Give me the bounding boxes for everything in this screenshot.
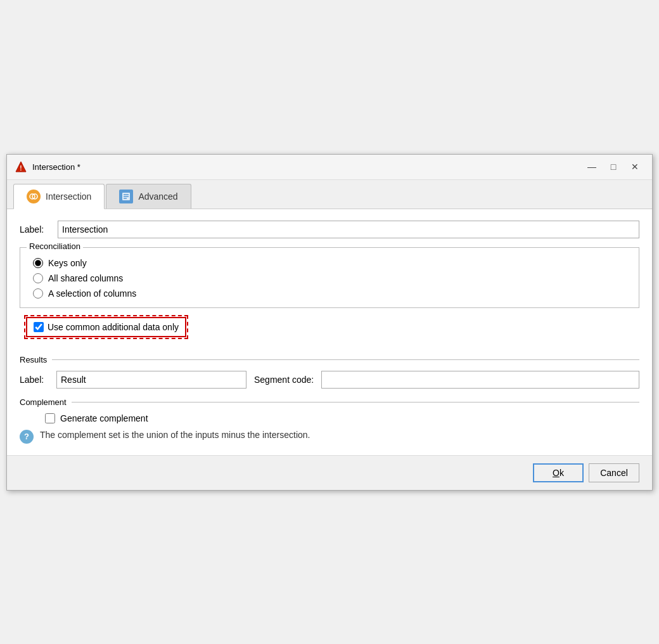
segment-code-input[interactable] — [321, 371, 639, 389]
label-input[interactable] — [58, 221, 639, 238]
radio-all-shared-input[interactable] — [33, 273, 43, 283]
radio-all-shared-label: All shared columns — [48, 273, 123, 283]
results-fields-row: Label: Segment code: — [20, 371, 639, 389]
title-bar-controls: — □ ✕ — [582, 160, 644, 174]
footer: Ok Cancel — [7, 455, 652, 490]
advanced-tab-icon — [119, 190, 133, 203]
main-window: ! Intersection * — □ ✕ Intersection — [6, 154, 653, 491]
result-label-label: Label: — [20, 375, 49, 385]
complement-title: Complement — [20, 397, 67, 407]
results-divider-line — [52, 359, 639, 360]
radio-selection-columns[interactable]: A selection of columns — [33, 288, 626, 299]
tab-advanced[interactable]: Advanced — [106, 184, 191, 209]
label-row: Label: — [20, 221, 639, 238]
info-icon: ? — [20, 430, 34, 444]
content-area: Label: Reconciliation Keys only All shar… — [7, 209, 652, 455]
generate-complement-label[interactable]: Generate complement — [60, 413, 148, 423]
radio-keys-only[interactable]: Keys only — [33, 258, 626, 268]
generate-complement-container: Generate complement — [45, 413, 639, 423]
segment-code-label: Segment code: — [254, 375, 314, 385]
radio-selection-columns-input[interactable] — [33, 288, 43, 299]
app-icon: ! — [15, 160, 27, 173]
reconciliation-group: Reconciliation Keys only All shared colu… — [20, 247, 639, 308]
svg-text:!: ! — [20, 165, 22, 172]
use-common-checkbox[interactable] — [34, 322, 44, 332]
title-bar: ! Intersection * — □ ✕ — [7, 155, 652, 180]
maximize-button[interactable]: □ — [604, 160, 623, 174]
radio-keys-only-label: Keys only — [48, 258, 87, 268]
generate-complement-checkbox[interactable] — [45, 413, 55, 423]
tab-intersection-label: Intersection — [46, 191, 91, 202]
result-label-input[interactable] — [56, 371, 246, 389]
info-text: The complement set is the union of the i… — [40, 430, 310, 440]
reconciliation-title: Reconciliation — [27, 242, 83, 251]
complement-divider-line — [72, 402, 639, 402]
ok-button[interactable]: Ok — [533, 463, 584, 482]
tab-intersection[interactable]: Intersection — [13, 184, 105, 209]
reconciliation-options: Keys only All shared columns A selection… — [33, 258, 626, 299]
radio-keys-only-input[interactable] — [33, 258, 43, 268]
intersection-tab-icon — [27, 190, 41, 203]
complement-divider-row: Complement — [20, 397, 639, 407]
tab-bar: Intersection Advanced — [7, 180, 652, 209]
results-divider-row: Results — [20, 355, 639, 364]
cancel-button[interactable]: Cancel — [589, 463, 639, 482]
use-common-label[interactable]: Use common additional data only — [48, 322, 179, 332]
title-bar-left: ! Intersection * — [15, 160, 80, 173]
radio-selection-columns-label: A selection of columns — [48, 288, 136, 299]
window-title: Intersection * — [32, 162, 80, 172]
ok-rest: k — [560, 468, 564, 478]
minimize-button[interactable]: — — [582, 160, 601, 174]
label-field-label: Label: — [20, 224, 51, 235]
ok-underline: O — [553, 468, 560, 478]
radio-all-shared[interactable]: All shared columns — [33, 273, 626, 283]
close-button[interactable]: ✕ — [625, 160, 644, 174]
use-common-container: Use common additional data only — [26, 317, 639, 346]
info-row: ? The complement set is the union of the… — [20, 430, 639, 444]
tab-advanced-label: Advanced — [138, 191, 177, 202]
use-common-highlight-box: Use common additional data only — [26, 317, 186, 337]
results-title: Results — [20, 355, 47, 364]
